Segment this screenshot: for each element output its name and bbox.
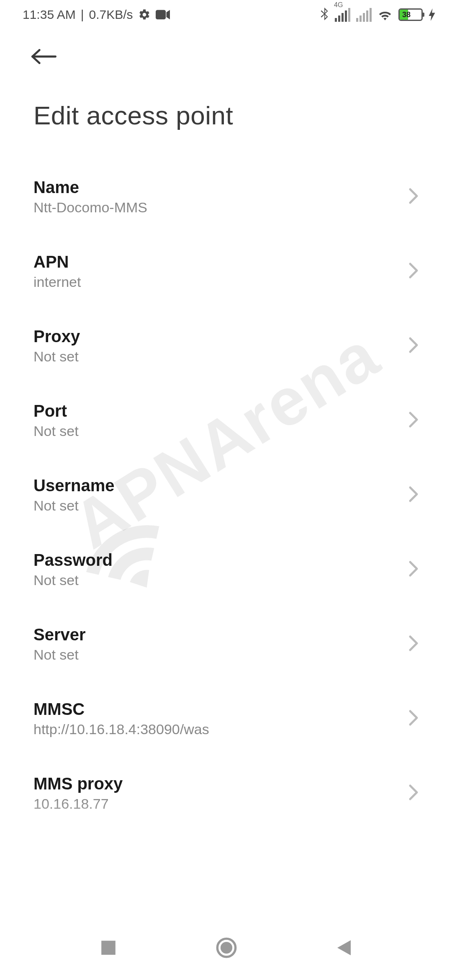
- setting-value: Not set: [33, 498, 114, 514]
- chevron-right-icon: [408, 709, 419, 728]
- setting-row-name[interactable]: Name Ntt-Docomo-MMS: [33, 160, 419, 234]
- setting-value: http://10.16.18.4:38090/was: [33, 721, 209, 738]
- setting-row-proxy[interactable]: Proxy Not set: [33, 309, 419, 383]
- toolbar: [0, 29, 452, 67]
- setting-value: Not set: [33, 572, 113, 588]
- setting-label: APN: [33, 253, 81, 271]
- more-label: More: [212, 897, 240, 911]
- camera-icon: [156, 10, 170, 20]
- page-title: Edit access point: [0, 67, 452, 160]
- nav-recent-button[interactable]: [100, 939, 117, 958]
- setting-label: MMSC: [33, 700, 209, 719]
- chevron-right-icon: [408, 560, 419, 579]
- signal-1-icon: 4G: [335, 8, 350, 22]
- setting-value: internet: [33, 274, 81, 290]
- setting-label: Port: [33, 402, 79, 420]
- more-button[interactable]: More: [212, 869, 240, 911]
- signal-2-icon: [356, 8, 372, 22]
- setting-row-username[interactable]: Username Not set: [33, 458, 419, 532]
- setting-value: Ntt-Docomo-MMS: [33, 199, 147, 216]
- chevron-right-icon: [408, 337, 419, 355]
- setting-label: MMS proxy: [33, 774, 123, 793]
- setting-value: 10.16.18.77: [33, 796, 123, 812]
- status-left: 11:35 AM | 0.7KB/s: [23, 8, 170, 22]
- setting-value: Not set: [33, 647, 86, 663]
- battery-icon: 38: [398, 8, 423, 21]
- chevron-right-icon: [408, 262, 419, 281]
- chevron-right-icon: [408, 784, 419, 802]
- setting-label: Username: [33, 476, 114, 495]
- setting-label: Name: [33, 178, 147, 197]
- chevron-right-icon: [408, 486, 419, 504]
- setting-row-apn[interactable]: APN internet: [33, 234, 419, 309]
- signal-label: 4G: [334, 1, 343, 9]
- setting-label: Password: [33, 551, 113, 570]
- setting-row-port[interactable]: Port Not set: [33, 383, 419, 458]
- system-nav-bar: [0, 917, 452, 980]
- back-button[interactable]: [31, 46, 60, 67]
- setting-label: Server: [33, 625, 86, 644]
- setting-row-mms-proxy[interactable]: MMS proxy 10.16.18.77: [33, 756, 419, 830]
- nav-home-button[interactable]: [216, 937, 237, 960]
- wifi-icon: [378, 9, 393, 21]
- status-time: 11:35 AM: [23, 8, 76, 22]
- svg-point-3: [221, 942, 232, 954]
- status-bar: 11:35 AM | 0.7KB/s 4G: [0, 0, 452, 29]
- bottom-actions: More: [0, 869, 452, 911]
- setting-row-mmsc[interactable]: MMSC http://10.16.18.4:38090/was: [33, 681, 419, 756]
- svg-rect-1: [101, 941, 116, 955]
- bluetooth-icon: [320, 8, 329, 22]
- svg-rect-0: [156, 10, 166, 20]
- status-net-speed: 0.7KB/s: [89, 8, 133, 22]
- chevron-right-icon: [408, 411, 419, 430]
- setting-value: Not set: [33, 423, 79, 439]
- status-right: 4G 38: [320, 8, 435, 22]
- settings-list: Name Ntt-Docomo-MMS APN internet Proxy N…: [0, 160, 452, 830]
- setting-row-password[interactable]: Password Not set: [33, 532, 419, 607]
- setting-value: Not set: [33, 348, 80, 365]
- back-arrow-icon: [31, 49, 57, 64]
- status-sep: |: [81, 8, 84, 22]
- gear-icon: [138, 8, 151, 21]
- chevron-right-icon: [408, 635, 419, 653]
- chevron-right-icon: [408, 188, 419, 206]
- battery-percent: 38: [402, 10, 411, 19]
- nav-back-button[interactable]: [336, 939, 352, 959]
- bottom-divider: [17, 916, 435, 916]
- more-icon: [214, 869, 238, 892]
- setting-label: Proxy: [33, 327, 80, 346]
- setting-row-server[interactable]: Server Not set: [33, 607, 419, 681]
- charging-icon: [429, 8, 435, 21]
